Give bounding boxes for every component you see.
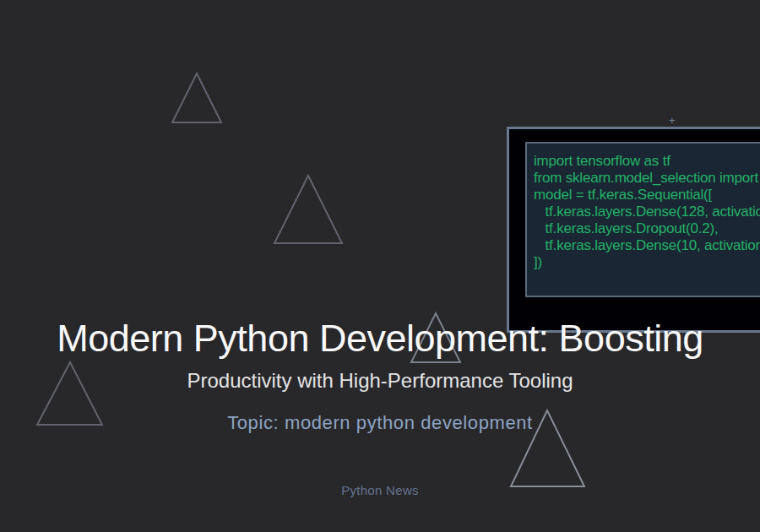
code-line: model = tf.keras.Sequential([ <box>534 187 760 204</box>
footer-brand: Python News <box>0 482 760 499</box>
triangle-icon <box>274 176 342 243</box>
code-line: ]) <box>534 254 760 271</box>
code-line: tf.keras.layers.Dense(128, activation='r… <box>534 204 760 220</box>
code-panel: import tensorflow as tf from sklearn.mod… <box>507 127 760 333</box>
slide: + import tensorflow as tf from sklearn.m… <box>0 0 760 532</box>
sparkle-plus-icon: + <box>669 115 676 126</box>
code-line: from sklearn.model_selection import trai… <box>534 170 760 187</box>
slide-subtitle: Productivity with High-Performance Tooli… <box>0 368 760 394</box>
slide-title: Modern Python Development: Boosting <box>0 319 760 357</box>
code-line: tf.keras.layers.Dropout(0.2), <box>534 220 760 237</box>
code-line: tf.keras.layers.Dense(10, activation='so… <box>534 237 760 254</box>
topic-label: Topic: modern python development <box>0 411 760 435</box>
code-line: import tensorflow as tf <box>534 153 760 170</box>
triangle-icon <box>172 73 221 122</box>
code-snippet: import tensorflow as tf from sklearn.mod… <box>525 142 760 297</box>
